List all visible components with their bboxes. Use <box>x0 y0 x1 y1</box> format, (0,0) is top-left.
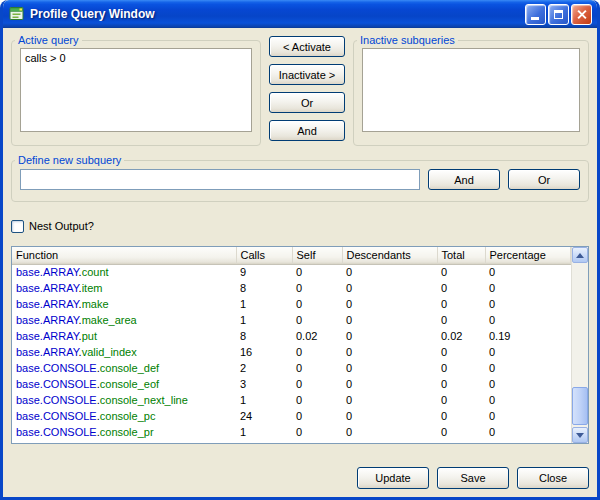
function-cell: base.ARRAY.put <box>12 328 236 344</box>
maximize-icon <box>554 10 563 19</box>
percentage-cell: 0 <box>485 344 571 360</box>
scroll-up-button[interactable] <box>572 247 588 263</box>
table-header-row: FunctionCallsSelfDescendantsTotalPercent… <box>12 247 571 264</box>
column-header-percentage[interactable]: Percentage <box>485 247 571 264</box>
column-header-total[interactable]: Total <box>437 247 485 264</box>
subquery-input[interactable] <box>20 169 420 190</box>
table-row[interactable]: base.CONSOLE.console_pr10000 <box>12 424 571 440</box>
total-cell: 0 <box>437 344 485 360</box>
descendants-cell: 0 <box>342 312 437 328</box>
table-row[interactable]: base.ARRAY.make_area10000 <box>12 312 571 328</box>
function-cell: base.ARRAY.make_area <box>12 312 236 328</box>
self-cell: 0 <box>292 360 342 376</box>
save-button[interactable]: Save <box>437 467 509 489</box>
calls-cell: 3 <box>236 376 292 392</box>
or-button[interactable]: Or <box>269 92 345 113</box>
descendants-cell: 0 <box>342 264 437 280</box>
active-query-label: Active query <box>15 34 82 46</box>
calls-cell: 9 <box>236 264 292 280</box>
calls-cell: 1 <box>236 392 292 408</box>
scrollbar-thumb[interactable] <box>572 387 588 425</box>
minimize-icon <box>531 17 539 20</box>
column-header-descendants[interactable]: Descendants <box>342 247 437 264</box>
inactive-subqueries-list[interactable] <box>362 48 580 132</box>
column-header-calls[interactable]: Calls <box>236 247 292 264</box>
function-cell: base.CONSOLE.console_def <box>12 360 236 376</box>
table-row[interactable]: base.ARRAY.make10000 <box>12 296 571 312</box>
function-cell: base.CONSOLE.console_next_line <box>12 392 236 408</box>
and-button[interactable]: And <box>269 120 345 141</box>
self-cell: 0 <box>292 344 342 360</box>
total-cell: 0 <box>437 312 485 328</box>
close-window-button[interactable]: Close <box>517 467 589 489</box>
define-subquery-row: And Or <box>12 166 588 190</box>
self-cell: 0 <box>292 408 342 424</box>
self-cell: 0 <box>292 280 342 296</box>
close-button[interactable] <box>571 4 592 25</box>
table-row[interactable]: base.CONSOLE.console_pc240000 <box>12 408 571 424</box>
function-cell: base.ARRAY.valid_index <box>12 344 236 360</box>
descendants-cell: 0 <box>342 392 437 408</box>
close-icon <box>576 9 587 20</box>
table-row[interactable]: base.ARRAY.count90000 <box>12 264 571 280</box>
total-cell: 0 <box>437 376 485 392</box>
profile-table: FunctionCallsSelfDescendantsTotalPercent… <box>12 247 571 440</box>
descendants-cell: 0 <box>342 408 437 424</box>
table-row[interactable]: base.CONSOLE.console_next_line10000 <box>12 392 571 408</box>
self-cell: 0 <box>292 392 342 408</box>
descendants-cell: 0 <box>342 424 437 440</box>
scrollbar-track[interactable] <box>572 263 588 427</box>
calls-cell: 16 <box>236 344 292 360</box>
footer-buttons: Update Save Close <box>11 467 589 489</box>
percentage-cell: 0 <box>485 360 571 376</box>
function-cell: base.CONSOLE.console_pc <box>12 408 236 424</box>
nest-output-label: Nest Output? <box>29 220 94 232</box>
define-or-button[interactable]: Or <box>508 169 580 190</box>
app-icon[interactable] <box>9 6 25 22</box>
calls-cell: 1 <box>236 312 292 328</box>
activate-button[interactable]: < Activate <box>269 36 345 57</box>
self-cell: 0 <box>292 424 342 440</box>
client-area: Active query calls > 0 < Activate Inacti… <box>3 28 597 497</box>
minimize-button[interactable] <box>525 4 546 25</box>
calls-cell: 1 <box>236 296 292 312</box>
nest-output-row: Nest Output? <box>11 218 589 234</box>
calls-cell: 2 <box>236 360 292 376</box>
percentage-cell: 0.19 <box>485 328 571 344</box>
table-row[interactable]: base.CONSOLE.console_def20000 <box>12 360 571 376</box>
total-cell: 0 <box>437 264 485 280</box>
nest-output-checkbox[interactable] <box>11 220 24 233</box>
maximize-button[interactable] <box>548 4 569 25</box>
percentage-cell: 0 <box>485 280 571 296</box>
vertical-scrollbar[interactable] <box>571 247 588 443</box>
active-query-list[interactable]: calls > 0 <box>20 48 252 132</box>
column-header-self[interactable]: Self <box>292 247 342 264</box>
total-cell: 0 <box>437 392 485 408</box>
arrow-up-icon <box>576 253 584 258</box>
window-controls <box>525 4 592 25</box>
update-button[interactable]: Update <box>357 467 429 489</box>
inactivate-button[interactable]: Inactivate > <box>269 64 345 85</box>
define-and-button[interactable]: And <box>428 169 500 190</box>
percentage-cell: 0 <box>485 424 571 440</box>
total-cell: 0 <box>437 280 485 296</box>
profile-query-window: Profile Query Window Active query calls … <box>0 0 600 500</box>
title-bar[interactable]: Profile Query Window <box>3 0 597 28</box>
table-row[interactable]: base.ARRAY.valid_index160000 <box>12 344 571 360</box>
table-body: base.ARRAY.count90000base.ARRAY.item8000… <box>12 264 571 440</box>
table-row[interactable]: base.ARRAY.item80000 <box>12 280 571 296</box>
inactive-subqueries-label: Inactive subqueries <box>357 34 458 46</box>
total-cell: 0 <box>437 424 485 440</box>
table-row[interactable]: base.CONSOLE.console_eof30000 <box>12 376 571 392</box>
table-row[interactable]: base.ARRAY.put80.0200.020.19 <box>12 328 571 344</box>
active-query-group: Active query calls > 0 <box>11 34 261 146</box>
calls-cell: 8 <box>236 328 292 344</box>
function-cell: base.ARRAY.make <box>12 296 236 312</box>
self-cell: 0 <box>292 376 342 392</box>
percentage-cell: 0 <box>485 376 571 392</box>
scroll-down-button[interactable] <box>572 427 588 443</box>
query-item[interactable]: calls > 0 <box>25 51 247 65</box>
column-header-function[interactable]: Function <box>12 247 236 264</box>
window-title: Profile Query Window <box>30 7 525 21</box>
results-table-viewport: FunctionCallsSelfDescendantsTotalPercent… <box>12 247 571 443</box>
